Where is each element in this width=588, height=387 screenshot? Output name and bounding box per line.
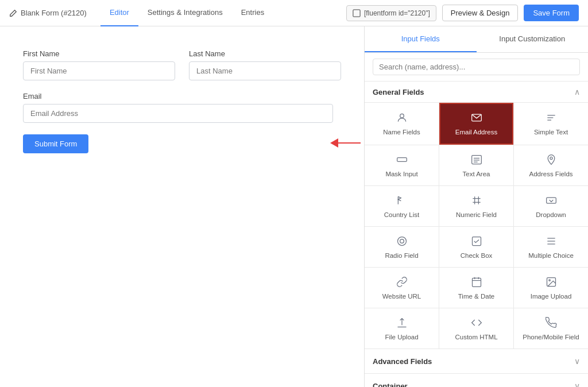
- brand: Blank Form (#2120): [9, 9, 87, 17]
- svg-point-19: [400, 239, 404, 243]
- svg-rect-7: [471, 155, 481, 164]
- field-item-phone[interactable]: Phone/Mobile Field: [514, 308, 588, 349]
- image-icon: [546, 276, 557, 289]
- code-button[interactable]: [fluentform id="2120"]: [346, 5, 436, 21]
- field-label-dropdown: Dropdown: [536, 211, 566, 218]
- field-label-radio: Radio Field: [385, 252, 418, 259]
- field-item-text[interactable]: Simple Text: [514, 103, 588, 145]
- field-item-address[interactable]: Address Fields: [514, 145, 588, 185]
- field-label-url: Website URL: [382, 293, 421, 300]
- panel-tabs: Input Fields Input Customization: [365, 26, 588, 53]
- field-label-image: Image Upload: [531, 293, 572, 300]
- first-name-label: First Name: [23, 49, 175, 58]
- html-icon: [471, 317, 482, 330]
- arrow-line: [338, 142, 361, 144]
- email-input[interactable]: [23, 104, 333, 123]
- field-item-image[interactable]: Image Upload: [514, 268, 588, 308]
- advanced-fields-chevron: ∨: [574, 357, 580, 366]
- svg-point-18: [397, 237, 406, 245]
- nav-right: [fluentform id="2120"] Preview & Design …: [346, 5, 579, 21]
- field-item-dropdown[interactable]: Dropdown: [514, 186, 588, 226]
- field-label-textarea: Text Area: [463, 171, 490, 177]
- date-icon: [471, 276, 482, 289]
- svg-rect-6: [397, 157, 407, 161]
- general-fields-header[interactable]: General Fields ∧: [365, 82, 588, 103]
- field-item-html[interactable]: Custom HTML: [439, 308, 513, 349]
- last-name-label: Last Name: [189, 49, 341, 58]
- field-item-checkbox[interactable]: Check Box: [439, 227, 513, 267]
- email-label: Email: [23, 92, 42, 100]
- textarea-icon: [471, 154, 482, 167]
- field-label-multiple: Multiple Choice: [528, 252, 574, 259]
- field-label-numeric: Numeric Field: [456, 211, 497, 218]
- url-icon: [396, 276, 408, 289]
- save-button[interactable]: Save Form: [524, 5, 579, 21]
- top-nav: Blank Form (#2120) Editor Settings & Int…: [0, 0, 588, 26]
- svg-point-29: [548, 279, 550, 281]
- advanced-fields-label: Advanced Fields: [373, 357, 432, 366]
- advanced-fields-section[interactable]: Advanced Fields ∨: [365, 349, 588, 374]
- preview-button[interactable]: Preview & Design: [442, 5, 519, 21]
- mask-icon: [396, 154, 408, 167]
- field-item-date[interactable]: Time & Date: [439, 268, 513, 308]
- arrow-head: [330, 138, 338, 148]
- pencil-icon: [9, 9, 17, 17]
- last-name-input[interactable]: [189, 61, 341, 80]
- first-name-input[interactable]: [23, 61, 175, 80]
- email-group: Email: [23, 92, 341, 123]
- svg-rect-17: [546, 198, 556, 203]
- tab-entries[interactable]: Entries: [232, 0, 273, 26]
- svg-point-11: [550, 157, 552, 159]
- general-fields-chevron: ∧: [574, 87, 580, 96]
- search-input[interactable]: [373, 59, 580, 75]
- field-item-mask[interactable]: Mask Input: [365, 145, 439, 185]
- main-layout: First Name Last Name Email Submit Form I…: [0, 26, 588, 387]
- tab-editor[interactable]: Editor: [100, 0, 138, 26]
- tab-settings[interactable]: Settings & Integrations: [138, 0, 232, 26]
- field-label-date: Time & Date: [458, 293, 494, 300]
- field-item-person[interactable]: Name Fields: [365, 103, 439, 145]
- code-icon: [353, 9, 361, 17]
- field-item-numeric[interactable]: Numeric Field: [439, 186, 513, 226]
- last-name-group: Last Name: [189, 49, 341, 80]
- field-label-person: Name Fields: [383, 129, 420, 136]
- form-editor: First Name Last Name Email Submit Form: [0, 26, 364, 387]
- right-panel: Input Fields Input Customization General…: [364, 26, 588, 387]
- svg-rect-20: [472, 237, 481, 245]
- field-item-file[interactable]: File Upload: [365, 308, 439, 349]
- field-label-html: Custom HTML: [455, 334, 497, 340]
- svg-rect-24: [472, 278, 481, 287]
- panel-search: [365, 53, 588, 82]
- tab-input-fields[interactable]: Input Fields: [365, 26, 477, 52]
- dropdown-icon: [546, 195, 557, 208]
- name-row: First Name Last Name: [23, 49, 341, 80]
- container-chevron: ∨: [574, 381, 580, 387]
- first-name-group: First Name: [23, 49, 175, 80]
- field-label-address: Address Fields: [529, 171, 572, 177]
- field-label-country: Country List: [384, 211, 419, 218]
- container-section[interactable]: Container ∨: [365, 374, 588, 387]
- red-arrow: [330, 138, 361, 148]
- field-item-country[interactable]: Country List: [365, 186, 439, 226]
- field-item-textarea[interactable]: Text Area: [439, 145, 513, 185]
- field-item-multiple[interactable]: Multiple Choice: [514, 227, 588, 267]
- address-icon: [546, 154, 557, 167]
- email-icon: [471, 112, 482, 125]
- field-label-checkbox: Check Box: [461, 252, 493, 259]
- field-item-radio[interactable]: Radio Field: [365, 227, 439, 267]
- country-icon: [396, 195, 408, 208]
- svg-point-1: [400, 114, 404, 118]
- field-item-email[interactable]: Email Address: [439, 103, 513, 145]
- fields-grid: Name FieldsEmail AddressSimple TextMask …: [365, 103, 588, 349]
- radio-icon: [396, 235, 408, 249]
- field-item-url[interactable]: Website URL: [365, 268, 439, 308]
- field-label-email: Email Address: [455, 129, 498, 136]
- numeric-icon: [471, 195, 482, 208]
- submit-button[interactable]: Submit Form: [23, 134, 88, 153]
- text-icon: [546, 112, 557, 125]
- person-icon: [396, 112, 408, 125]
- file-icon: [396, 317, 408, 330]
- code-label: [fluentform id="2120"]: [364, 9, 430, 17]
- tab-input-customization[interactable]: Input Customization: [477, 26, 589, 52]
- multiple-icon: [546, 235, 557, 249]
